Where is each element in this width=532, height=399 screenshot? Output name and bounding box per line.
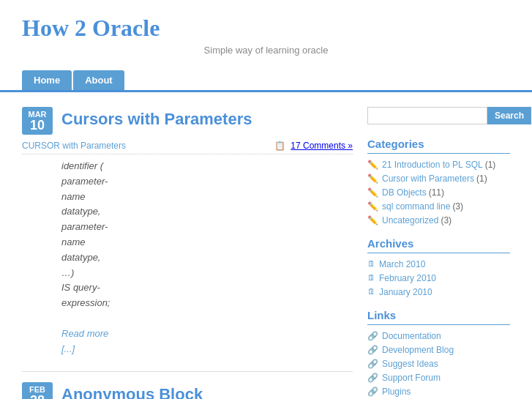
site-title: How 2 Oracle bbox=[22, 15, 510, 42]
link-icon-1: 🔗 bbox=[367, 331, 378, 341]
category-item-2: ✏️ Cursor with Parameters (1) bbox=[367, 174, 510, 184]
categories-title: Categories bbox=[367, 138, 510, 154]
post-header-1: MAR 10 Cursors with Parameters bbox=[22, 107, 353, 135]
site-tagline: Simple way of learning oracle bbox=[22, 45, 510, 56]
archive-icon-1: 🗓 bbox=[367, 259, 375, 268]
header: How 2 Oracle Simple way of learning orac… bbox=[0, 0, 532, 63]
link-item-4: 🔗 Support Forum bbox=[367, 373, 510, 383]
category-count-2: (1) bbox=[476, 174, 487, 184]
category-icon-1: ✏️ bbox=[367, 160, 378, 170]
comment-icon-1: 📋 bbox=[274, 141, 285, 151]
archives-title: Archives bbox=[367, 237, 510, 253]
archive-link-2[interactable]: February 2010 bbox=[379, 273, 436, 283]
category-icon-4: ✏️ bbox=[367, 201, 378, 212]
category-link-4[interactable]: sql command line bbox=[382, 201, 450, 212]
link-item-3: 🔗 Suggest Ideas bbox=[367, 359, 510, 369]
category-link-5[interactable]: Uncategorized bbox=[382, 215, 438, 225]
post-divider bbox=[22, 371, 353, 372]
comments-link-1[interactable]: 17 Comments » bbox=[291, 141, 353, 151]
sidebar: Search Categories ✏️ 21 Introduction to … bbox=[367, 107, 510, 399]
post-title-2[interactable]: Anonymous Block bbox=[61, 385, 203, 399]
category-icon-3: ✏️ bbox=[367, 187, 378, 198]
link-2[interactable]: Development Blog bbox=[382, 345, 454, 355]
category-item-3: ✏️ DB Objects (11) bbox=[367, 187, 510, 198]
category-icon-2: ✏️ bbox=[367, 174, 378, 184]
link-item-5: 🔗 Plugins bbox=[367, 387, 510, 397]
category-count-1: (1) bbox=[485, 160, 496, 170]
post-title-1[interactable]: Cursors with Parameters bbox=[61, 110, 252, 129]
archive-link-3[interactable]: January 2010 bbox=[379, 287, 432, 297]
category-item-4: ✏️ sql command line (3) bbox=[367, 201, 510, 212]
category-icon-5: ✏️ bbox=[367, 215, 378, 225]
archive-item-2: 🗓 February 2010 bbox=[367, 273, 510, 283]
archive-icon-2: 🗓 bbox=[367, 273, 375, 282]
archives-section: Archives 🗓 March 2010 🗓 February 2010 🗓 … bbox=[367, 237, 510, 297]
post-body-1: identifier (parameter-namedatatype,param… bbox=[61, 159, 353, 357]
category-link-1[interactable]: 21 Introduction to PL SQL bbox=[382, 160, 483, 170]
archive-link-1[interactable]: March 2010 bbox=[379, 259, 425, 269]
link-icon-3: 🔗 bbox=[367, 359, 378, 369]
category-count-5: (3) bbox=[441, 215, 452, 225]
categories-section: Categories ✏️ 21 Introduction to PL SQL … bbox=[367, 138, 510, 225]
main-content: MAR 10 Cursors with Parameters CURSOR wi… bbox=[22, 107, 353, 399]
link-5[interactable]: Plugins bbox=[382, 387, 411, 397]
category-link-3[interactable]: DB Objects bbox=[382, 187, 427, 198]
navigation: HomeAbout bbox=[0, 70, 532, 92]
post-1: MAR 10 Cursors with Parameters CURSOR wi… bbox=[22, 107, 353, 357]
link-3[interactable]: Suggest Ideas bbox=[382, 359, 438, 369]
link-icon-4: 🔗 bbox=[367, 373, 378, 383]
link-item-2: 🔗 Development Blog bbox=[367, 345, 510, 355]
post-2: FEB 28 Anonymous Block – Optional Introd… bbox=[22, 382, 353, 399]
post-comments-1: 📋 17 Comments » bbox=[274, 141, 353, 151]
content-wrapper: MAR 10 Cursors with Parameters CURSOR wi… bbox=[0, 92, 532, 399]
link-4[interactable]: Support Forum bbox=[382, 373, 441, 383]
link-icon-2: 🔗 bbox=[367, 345, 378, 355]
post-meta-1: CURSOR with Parameters 📋 17 Comments » bbox=[22, 141, 353, 154]
date-badge-2: FEB 28 bbox=[22, 382, 53, 399]
category-item-1: ✏️ 21 Introduction to PL SQL (1) bbox=[367, 160, 510, 170]
search-button[interactable]: Search bbox=[487, 107, 531, 124]
archive-item-1: 🗓 March 2010 bbox=[367, 259, 510, 269]
read-more-1[interactable]: Read more[...] bbox=[61, 328, 108, 354]
nav-about[interactable]: About bbox=[73, 70, 124, 90]
date-badge-1: MAR 10 bbox=[22, 107, 53, 135]
search-input[interactable] bbox=[367, 107, 487, 124]
links-section: Links 🔗 Documentation 🔗 Development Blog… bbox=[367, 309, 510, 399]
category-count-3: (11) bbox=[429, 187, 444, 198]
archive-item-3: 🗓 January 2010 bbox=[367, 287, 510, 297]
link-item-1: 🔗 Documentation bbox=[367, 331, 510, 341]
post-day-2: 28 bbox=[28, 394, 47, 399]
link-icon-5: 🔗 bbox=[367, 387, 378, 397]
category-count-4: (3) bbox=[452, 201, 463, 212]
post-header-2: FEB 28 Anonymous Block bbox=[22, 382, 353, 399]
link-1[interactable]: Documentation bbox=[382, 331, 441, 341]
category-link-2[interactable]: Cursor with Parameters bbox=[382, 174, 474, 184]
search-widget: Search bbox=[367, 107, 510, 124]
links-title: Links bbox=[367, 309, 510, 325]
category-item-5: ✏️ Uncategorized (3) bbox=[367, 215, 510, 225]
post-day-1: 10 bbox=[28, 119, 47, 132]
nav-home[interactable]: Home bbox=[22, 70, 72, 90]
archive-icon-3: 🗓 bbox=[367, 287, 375, 296]
post-breadcrumb-1[interactable]: CURSOR with Parameters bbox=[22, 141, 126, 151]
